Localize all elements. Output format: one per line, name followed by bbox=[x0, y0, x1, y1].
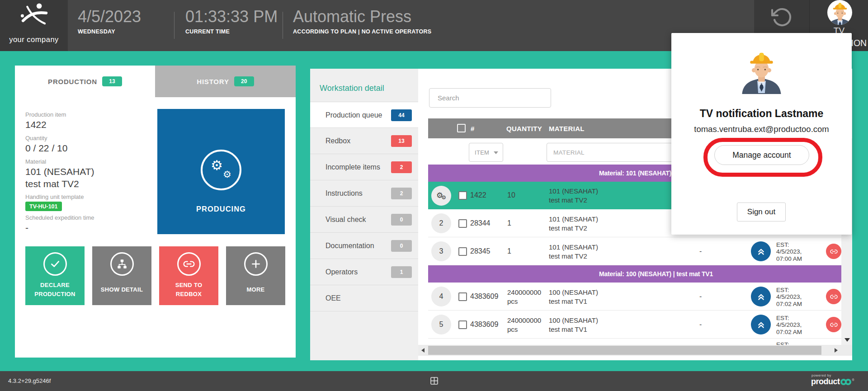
cell-dash: - bbox=[699, 292, 702, 301]
cell-est: EST:4/5/2023,07:00 AM bbox=[776, 241, 802, 263]
item-filter-select[interactable]: ITEM bbox=[469, 143, 503, 162]
sitemap-icon bbox=[110, 252, 134, 276]
scroll-left-icon[interactable] bbox=[421, 348, 425, 353]
link-button[interactable] bbox=[826, 289, 841, 304]
send-to-redbox-button[interactable]: SEND TOREDBOX bbox=[159, 246, 218, 305]
scroll-down-icon[interactable] bbox=[844, 338, 850, 342]
cell-est: EST: bbox=[776, 341, 789, 345]
row-checkbox[interactable] bbox=[458, 247, 467, 256]
user-email: tomas.ventruba.ext@productoo.com bbox=[671, 124, 852, 134]
material-group-header: Material: 100 (NESAHAT) | test mat TV1 bbox=[428, 265, 841, 283]
move-to-top-button[interactable] bbox=[751, 315, 771, 334]
material-value-line2: test mat TV2 bbox=[25, 179, 79, 189]
queue-row-5[interactable]: 5 4383609 240000000pcs 100 (NESAHAT)test… bbox=[428, 311, 841, 339]
menu-item-documentation[interactable]: Documentation 0 bbox=[310, 233, 418, 259]
instructions-count-badge: 2 bbox=[391, 188, 412, 199]
app-window: your company 4/5/2023 WEDNESDAY 01:33:33… bbox=[0, 0, 868, 391]
cell-material: 101 (NESAHAT)test mat TV2 bbox=[549, 243, 598, 261]
cell-material: 100 (NESAHAT)test mat TV1 bbox=[549, 288, 598, 306]
select-all-checkbox[interactable] bbox=[457, 124, 466, 132]
queue-row-3[interactable]: 3 28345 1 101 (NESAHAT)test mat TV2 - ES… bbox=[428, 237, 841, 265]
menu-item-incomplete-items[interactable]: Incomplete items 2 bbox=[310, 154, 418, 180]
search-input[interactable] bbox=[429, 88, 551, 108]
menu-item-redbox[interactable]: Redbox 13 bbox=[310, 128, 418, 154]
cell-quantity: 240000000pcs bbox=[507, 316, 541, 334]
cell-item: 28345 bbox=[470, 247, 491, 255]
plus-icon bbox=[244, 252, 268, 276]
production-item-label: Production item bbox=[25, 111, 66, 118]
row-checkbox[interactable] bbox=[458, 219, 467, 228]
cell-quantity: 1 bbox=[507, 247, 511, 255]
show-detail-button[interactable]: SHOW DETAIL bbox=[92, 246, 151, 305]
cell-material: 101 (NESAHAT)test mat TV2 bbox=[549, 187, 598, 205]
manage-account-button[interactable]: Manage account bbox=[714, 145, 809, 165]
move-to-top-button[interactable] bbox=[751, 287, 771, 306]
producing-gears-icon: ⚙ ⚙ bbox=[201, 150, 241, 190]
declare-production-label: DECLAREPRODUCTION bbox=[27, 279, 83, 300]
redbox-count-badge: 13 bbox=[391, 135, 412, 147]
row-number: 4 bbox=[431, 287, 451, 306]
menu-item-oee[interactable]: OEE bbox=[310, 285, 418, 311]
handling-unit-label: Handling unit template bbox=[25, 193, 84, 200]
column-header-number: # bbox=[471, 118, 475, 138]
link-button[interactable] bbox=[826, 244, 841, 259]
tab-production[interactable]: PRODUCTION 13 bbox=[15, 66, 155, 97]
cell-item: 28344 bbox=[470, 219, 491, 227]
horizontal-scrollbar[interactable] bbox=[418, 345, 852, 356]
workstation-name: Automatic Press bbox=[293, 7, 411, 26]
row-checkbox[interactable] bbox=[458, 320, 467, 329]
move-to-top-button[interactable] bbox=[751, 241, 771, 261]
bottom-status-bar: 4.3.2+29.g5246f powered by product ® bbox=[0, 371, 868, 391]
scroll-right-icon[interactable] bbox=[835, 348, 838, 353]
undo-icon bbox=[771, 6, 793, 28]
expedition-time-value: - bbox=[25, 222, 28, 233]
header-divider bbox=[174, 12, 175, 39]
declare-production-button[interactable]: DECLAREPRODUCTION bbox=[25, 246, 85, 305]
producing-status-label: PRODUCING bbox=[157, 205, 285, 213]
sign-out-button[interactable]: Sign out bbox=[737, 203, 786, 221]
current-day: WEDNESDAY bbox=[78, 28, 115, 35]
row-number: 5 bbox=[431, 315, 451, 334]
tab-history[interactable]: HISTORY 20 bbox=[155, 66, 296, 97]
cell-item: 4383609 bbox=[470, 292, 498, 301]
queue-row-4[interactable]: 4 4383609 240000000pcs 100 (NESAHAT)test… bbox=[428, 283, 841, 311]
row-checkbox[interactable] bbox=[458, 191, 467, 200]
cell-item: 1422 bbox=[470, 191, 486, 199]
cell-item: 4383609 bbox=[470, 320, 498, 329]
horizontal-scrollbar-thumb[interactable] bbox=[428, 346, 821, 355]
menu-item-instructions[interactable]: Instructions 2 bbox=[310, 180, 418, 207]
company-logo-icon bbox=[18, 2, 50, 30]
show-detail-label: SHOW DETAIL bbox=[94, 279, 150, 300]
cell-est: EST:4/5/2023,07:02 AM bbox=[776, 315, 802, 336]
tab-production-count-badge: 13 bbox=[102, 76, 122, 86]
productoo-logo: powered by product ® bbox=[811, 373, 861, 389]
grid-apps-icon[interactable] bbox=[430, 377, 438, 385]
documentation-count-badge: 0 bbox=[391, 240, 412, 252]
quantity-label: Quantity bbox=[25, 135, 47, 141]
row-number: 2 bbox=[431, 213, 451, 233]
menu-item-visual-check[interactable]: Visual check 0 bbox=[310, 207, 418, 233]
link-button[interactable] bbox=[826, 317, 841, 332]
production-queue-count-badge: 44 bbox=[391, 109, 412, 121]
visual-check-count-badge: 0 bbox=[391, 214, 412, 226]
productoo-brand: product ® bbox=[811, 377, 854, 386]
cell-dash: - bbox=[699, 247, 702, 255]
row-number: 3 bbox=[431, 241, 451, 261]
production-card: PRODUCTION 13 HISTORY 20 Production item… bbox=[15, 66, 296, 358]
menu-item-production-queue[interactable]: Production queue 44 bbox=[310, 102, 418, 128]
current-date: 4/5/2023 bbox=[78, 7, 141, 26]
cell-quantity: 240000000pcs bbox=[507, 288, 541, 306]
cell-dash: - bbox=[699, 320, 702, 329]
queue-row-6-partial: EST: bbox=[428, 339, 841, 345]
gear-icon: ⚙ bbox=[441, 195, 446, 200]
more-button[interactable]: MORE bbox=[226, 246, 285, 305]
link-icon bbox=[177, 252, 201, 276]
column-header-quantity: QUANTITY bbox=[506, 118, 542, 138]
tab-production-label: PRODUCTION bbox=[48, 78, 97, 85]
current-time: 01:33:33 PM bbox=[185, 7, 278, 26]
menu-item-operators[interactable]: Operators 1 bbox=[310, 259, 418, 285]
company-logo-text: your company bbox=[0, 35, 68, 44]
row-checkbox[interactable] bbox=[458, 292, 467, 301]
more-label: MORE bbox=[228, 279, 283, 300]
expedition-time-label: Scheduled expedition time bbox=[25, 214, 94, 221]
